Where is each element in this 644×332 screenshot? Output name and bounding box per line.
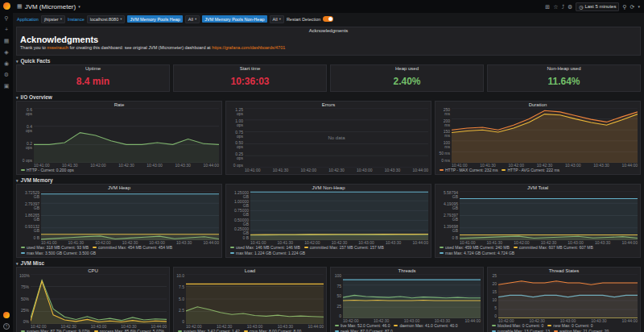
legend-item[interactable]: live Max: 52.0 Current: 46.0 [335,323,390,328]
legend-item[interactable]: committed Max: 454 MB Current: 454 MB [93,245,172,250]
title-caret-icon[interactable]: ▾ [78,4,80,9]
panel-title[interactable]: Start time [174,65,326,72]
graph-area: 0.6 ops0.4 ops0.2 ops0 ops [19,108,219,163]
legend-item[interactable]: max Max: 3.500 GB Current: 3.500 GB [21,251,96,255]
legend-item[interactable]: max Max: 4.724 GB Current: 4.724 GB [440,251,514,255]
configuration-icon[interactable]: ⚙ [4,72,9,77]
panel-title[interactable]: Duration [436,102,640,108]
legend-item[interactable]: system Max: 3.42 Current: 1.42 [178,329,240,332]
zoom-out-icon[interactable]: ⚲ [622,4,626,10]
y-axis: 1.25000 GB1.00000 GB0.75000 GB0.50000 GB… [229,191,250,240]
acknowledgments-text: Thank you to mweirauch for creating this… [17,44,640,51]
legend-item[interactable]: process Max: 85.6% Current: 5.07% [94,329,164,332]
time-range-picker[interactable]: ◷ Last 5 minutes [576,2,619,11]
panel-duration: Duration 250 ms200 ms150 ms100 ms50 ms0 … [435,101,641,175]
chevron-down-icon: ▾ [16,95,19,100]
legend-item[interactable]: blocked Max: 0 Current: 0 [492,323,543,328]
restart-detection-toggle[interactable] [323,16,333,22]
legend-item[interactable]: used Max: 146 MB Current: 146 MB [230,245,300,250]
chevron-down-icon: ▾ [16,178,19,183]
legend-item[interactable]: HTTP - MAX Current: 232 ms [440,168,497,172]
legend-item[interactable]: peak Max: 87.0 Current: 87.0 [335,329,393,332]
panel-title[interactable]: Non-Heap used [488,65,640,72]
y-tick-label: 1.00000 GB [229,200,249,208]
legend-item[interactable]: system Max: 87.7% Current: 9.07% [21,329,90,332]
legend-item[interactable]: waiting Max: 21 Current: 20 [554,329,609,332]
star-icon[interactable]: ☆ [553,4,558,10]
dashboard-title[interactable]: JVM (Micrometer) [25,3,76,10]
explore-icon[interactable]: ◈ [4,49,8,55]
dashboards-icon[interactable]: ▦ [4,38,10,44]
refresh-icon[interactable]: ⟳ [630,4,635,10]
y-axis: 250 ms200 ms150 ms100 ms50 ms0 ms [438,108,452,163]
panel-title[interactable]: JVM Heap [17,185,221,191]
application-select[interactable]: jhipster ▾ [41,15,65,23]
legend-item[interactable]: used Max: 459 MB Current: 240 MB [440,245,510,250]
y-tick-label: 2.5 [176,309,184,313]
search-icon[interactable]: ⚲ [4,15,8,21]
panel-title[interactable]: Errors [226,102,431,108]
legend-item[interactable]: runnable Max: 13 Current: 13 [492,329,550,332]
errors-chart: 1.25 ops1.00 ops0.75 ops0.50 ops0.25 ops… [226,108,431,174]
panel-title[interactable]: Rate [17,102,221,108]
legend-label: used Max: 459 MB Current: 240 MB [445,245,510,250]
refresh-caret-icon[interactable]: ▾ [638,4,640,9]
legend-item[interactable]: cpus Max: 8.00 Current: 8.00 [244,329,301,332]
graph-area: 1.25 ops1.00 ops0.75 ops0.50 ops0.25 ops… [229,108,428,168]
add-panel-icon[interactable]: ⊞ [545,4,550,10]
panel-title[interactable]: Acknowledgments [17,27,640,34]
row-io-overview[interactable]: ▾ I/O Overview [16,93,641,101]
legend-item[interactable]: committed Max: 157 MB Current: 157 MB [304,245,384,250]
dashboard-content: Acknowledgments Acknowledgments Thank yo… [13,25,644,332]
panel-title[interactable]: Threads [331,268,483,274]
nonheap-pools-select[interactable]: All ▾ [270,15,284,23]
panel-title[interactable]: Load [174,268,326,274]
legend-item[interactable]: committed Max: 607 MB Current: 607 MB [514,245,593,250]
y-tick-label: 2.79397 GB [19,202,39,210]
panel-title[interactable]: Uptime [17,65,169,72]
graph-area: 100%75%50%25%0% [19,274,167,324]
panel-title[interactable]: JVM Non-Heap [226,185,431,191]
heap-pools-select[interactable]: All ▾ [185,15,200,23]
legend-item[interactable]: max Max: 1.224 GB Current: 1.224 GB [230,251,305,255]
io-overview-panels: Rate 0.6 ops0.4 ops0.2 ops0 ops10:41:001… [16,101,641,175]
y-tick-label: 0.25 ops [229,152,243,160]
main-area: ▦ JVM (Micrometer) ▾ ⊞ ☆ ⤴ ⚙ ◷ Last 5 mi… [13,0,644,332]
legend-item[interactable]: daemon Max: 41.0 Current: 40.0 [394,323,457,328]
legend-item[interactable]: HTTP - AVG Current: 222 ms [502,168,559,172]
grafana-footer-logo[interactable] [3,312,10,318]
y-tick-label: 75 [333,284,341,288]
alerting-icon[interactable]: ◉ [4,60,9,66]
dashboard-url-link[interactable]: https://grafana.com/dashboards/4701 [212,45,285,50]
grafana-logo[interactable] [3,2,10,10]
panel-thread-states: Thread States 252015105010:42:0010:42:30… [487,267,641,332]
plot-area: No data [245,108,428,168]
legend-label: committed Max: 454 MB Current: 454 MB [98,245,172,250]
application-value: jhipster [44,17,59,22]
no-data-label: No data [245,108,428,168]
server-admin-icon[interactable]: ▣ [4,83,10,89]
legend-label: HTTP - Current: 0.200 ops [27,168,74,172]
row-jvm-memory[interactable]: ▾ JVM Memory [16,176,641,184]
share-icon[interactable]: ⤴ [561,4,564,10]
legend-item[interactable]: new Max: 0 Current: 0 [547,323,592,328]
panel-title[interactable]: JVM Total [436,185,640,191]
help-icon[interactable]: ? [3,323,10,330]
legend: HTTP - MAX Current: 232 msHTTP - AVG Cur… [438,168,638,172]
y-axis: 3.72529 GB2.79397 GB1.86265 GB0.93132 GB… [19,191,41,240]
row-quick-facts[interactable]: ▾ Quick Facts [16,57,641,64]
chevron-down-icon: ▾ [279,17,281,21]
legend-color [230,247,234,248]
y-tick-label: 5.0 [176,297,184,301]
author-link[interactable]: mweirauch [47,45,68,50]
panel-title[interactable]: Heap used [331,65,483,72]
panel-title[interactable]: CPU [17,268,169,274]
instance-label: Instance [68,17,85,22]
create-icon[interactable]: + [5,27,8,32]
row-jvm-misc[interactable]: ▾ JVM Misc [16,259,641,267]
instance-select[interactable]: localhost:8080 ▾ [87,15,126,23]
legend-item[interactable]: HTTP - Current: 0.200 ops [21,168,74,172]
dashboard-settings-icon[interactable]: ⚙ [568,4,572,10]
panel-title[interactable]: Thread States [488,268,640,274]
legend-item[interactable]: used Max: 318 MB Current: 93 MB [21,245,89,250]
